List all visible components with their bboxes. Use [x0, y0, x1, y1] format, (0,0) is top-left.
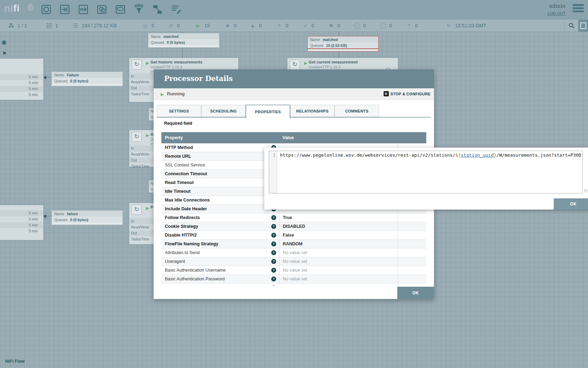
property-extra-cell: [398, 222, 426, 231]
processor-timing: 5 min: [0, 74, 43, 80]
property-row[interactable]: Basic Authentication Password?No value s…: [161, 275, 426, 284]
help-icon[interactable]: ?: [271, 277, 276, 281]
output-port-icon[interactable]: [78, 4, 89, 15]
connection-label-highlighted[interactable]: Namematched Queued10 (2.53 KB): [307, 36, 379, 52]
dialog-ok-button[interactable]: OK: [397, 287, 434, 299]
dialog-title: Processor Details: [164, 74, 233, 83]
editor-ok-button[interactable]: OK: [554, 198, 588, 210]
status-counter-locally-modified: ✱0: [328, 20, 340, 32]
property-value[interactable]: No value set: [279, 257, 398, 266]
processor-icon: ↻: [132, 205, 142, 215]
help-icon[interactable]: ?: [271, 241, 276, 246]
processor-timing: 5 min: [0, 216, 43, 222]
processor-offscreen-left[interactable]: 5 min 5 min 5 min 5 min: [0, 205, 44, 240]
tab-settings[interactable]: SETTINGS: [157, 105, 201, 117]
property-value[interactable]: No value set: [279, 266, 398, 274]
tab-relationships[interactable]: RELATIONSHIPS: [290, 105, 335, 117]
processor-offscreen-left[interactable]: 5 min 5 min 5 min 5 min: [0, 58, 44, 100]
property-row[interactable]: Disable HTTP/2?False: [161, 231, 426, 240]
processor-timing: 5 min: [0, 80, 43, 86]
help-icon[interactable]: ?: [271, 268, 276, 273]
property-value[interactable]: DISABLED: [279, 222, 398, 231]
tab-properties[interactable]: PROPERTIES: [246, 105, 290, 118]
property-name: Follow Redirects?: [161, 213, 279, 222]
connection-label[interactable]: Namefailure Queued0 (0 bytes): [51, 210, 123, 225]
process-group-icon[interactable]: [97, 4, 107, 15]
connection-line: [46, 77, 52, 77]
help-icon[interactable]: ?: [271, 233, 276, 238]
breadcrumb-nifi-flow[interactable]: NiFi Flow: [5, 359, 25, 364]
property-name: Max Idle Connections?: [161, 196, 279, 204]
help-icon[interactable]: ?: [271, 224, 276, 229]
invalid-icon: ▲: [249, 23, 256, 28]
resize-handle[interactable]: [584, 189, 588, 193]
dialog-header: Processor Details: [154, 69, 434, 88]
stopped-icon: ■: [224, 23, 231, 28]
value-editor-textarea[interactable]: 1 https://www.pegelonline.wsv.de/webserv…: [269, 151, 583, 193]
tab-comments[interactable]: COMMENTS: [335, 105, 379, 117]
property-name: FlowFile Naming Strategy?: [161, 240, 279, 248]
grid-icon: [46, 23, 52, 28]
bulletin-board-button[interactable]: [578, 20, 588, 32]
property-row[interactable]: FlowFile Naming Strategy?RANDOM: [161, 240, 426, 248]
remote-process-group-icon[interactable]: [115, 4, 126, 15]
property-row-clipped: ?: [161, 284, 426, 286]
connection-label[interactable]: NameFailure Queued0 (0 bytes): [51, 71, 123, 86]
queued-list-icon: [72, 23, 79, 28]
dialog-status-row: ▶ Running ⚙ STOP & CONFIGURE: [154, 88, 434, 100]
sync-failure-icon: ?: [405, 23, 412, 28]
property-row[interactable]: Useragent?No value set: [161, 257, 426, 266]
property-row[interactable]: Follow Redirects?True: [161, 213, 426, 222]
property-value[interactable]: True: [279, 213, 398, 222]
status-counter-stopped: ■0: [224, 20, 237, 32]
running-icon: ▶: [304, 61, 307, 66]
value-editor-popup: 1 https://www.pegelonline.wsv.de/webserv…: [264, 148, 588, 210]
input-port-icon[interactable]: [59, 4, 70, 15]
property-name: Include Date Header?: [161, 205, 279, 213]
property-name: Useragent?: [161, 257, 279, 266]
property-name: Disable HTTP/2?: [161, 231, 279, 239]
running-icon: ▶: [146, 133, 149, 138]
property-name: SSL Context Service?: [161, 161, 279, 169]
required-field-note: Required field: [164, 121, 192, 126]
status-bar: 1 / 11193 / 279.12 KB◎0⊘0▶15■0▲0ϟ0✓0✱0↑0…: [0, 20, 588, 32]
tab-scheduling[interactable]: SCHEDULING: [201, 105, 246, 117]
help-icon[interactable]: ?: [271, 215, 276, 220]
processor-timing: 5 min: [0, 228, 43, 234]
status-counter-queued-list: 193 / 279.12 KB: [72, 20, 117, 32]
property-name: Attributes to Send?: [161, 248, 279, 257]
template-icon[interactable]: [152, 4, 163, 15]
property-value[interactable]: No value set: [279, 248, 398, 257]
processor-icon[interactable]: [41, 4, 51, 15]
stop-and-configure-button[interactable]: ⚙ STOP & CONFIGURE: [384, 91, 430, 96]
property-row[interactable]: Basic Authentication Username?No value s…: [161, 266, 426, 275]
help-icon[interactable]: ?: [271, 250, 276, 255]
refresh-icon[interactable]: ↻: [445, 23, 452, 28]
property-value[interactable]: RANDOM: [279, 240, 398, 248]
up-to-date-icon: ✓: [302, 23, 309, 28]
property-extra-cell: [398, 257, 426, 266]
status-counter-running: ▶15: [195, 20, 210, 32]
help-icon[interactable]: ?: [271, 259, 276, 264]
search-button[interactable]: [564, 20, 579, 32]
global-menu-icon[interactable]: [573, 4, 584, 13]
label-icon[interactable]: [171, 4, 181, 15]
property-extra-cell: [398, 248, 426, 257]
property-name: Remote URL?: [161, 152, 279, 161]
property-extra-cell: [398, 231, 426, 239]
not-transmitting-icon: ⊘: [167, 23, 174, 28]
status-counter-sync-failure: ?0: [405, 20, 418, 32]
connection-label[interactable]: Namematched Queued0 (0 bytes): [148, 33, 219, 48]
property-name: Idle Timeout?: [161, 187, 279, 196]
last-refresh[interactable]: ↻ 13:51:03 GMT: [445, 20, 486, 32]
logout-link[interactable]: LOG OUT: [547, 11, 566, 15]
bulletin-icon: [580, 22, 586, 29]
property-row[interactable]: Cookie Strategy?DISABLED: [161, 222, 426, 231]
property-value[interactable]: False: [279, 231, 398, 239]
funnel-icon[interactable]: [134, 4, 144, 15]
status-counter-locally-modified-stale: !0: [379, 20, 392, 32]
property-value[interactable]: No value set: [279, 275, 398, 283]
property-name: HTTP Method?: [161, 143, 279, 152]
property-row[interactable]: Attributes to Send?No value set: [161, 248, 426, 257]
status-counter-stale: ↑0: [354, 20, 366, 32]
